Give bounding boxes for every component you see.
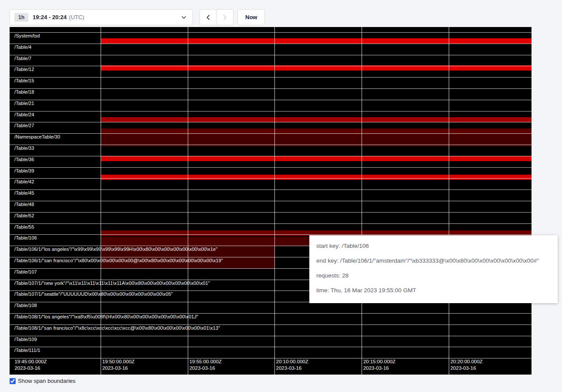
row-label: /Table/106/1/"san francisco"/"\x80\x00\x… <box>14 258 223 263</box>
row-boundary-line <box>10 313 532 314</box>
x-axis-label: 20:10:00.000Z2023-03-16 <box>276 358 308 372</box>
row-label: /Table/111/1 <box>14 348 41 353</box>
show-span-boundaries-checkbox[interactable] <box>10 378 16 384</box>
row-label: /Table/18 <box>14 89 34 95</box>
chevron-down-icon <box>181 16 186 19</box>
row-boundary-line <box>10 145 532 145</box>
key-visualizer-page: 1h 19:24 - 20:24 (UTC) Now /System/tsd/T… <box>0 0 562 392</box>
row-boundary-line <box>10 201 532 201</box>
row-label: /NamespaceTable/30 <box>14 134 60 139</box>
row-boundary-line <box>10 32 532 33</box>
row-label: /Table/48 <box>14 202 34 207</box>
tooltip-time: time: Thu, 16 Mar 2023 19:55:00 GMT <box>316 283 551 298</box>
row-label: /Table/39 <box>14 168 34 173</box>
row-boundary-line <box>10 223 532 224</box>
row-boundary-line <box>10 44 532 44</box>
now-button[interactable]: Now <box>237 9 265 25</box>
time-range-text: 19:24 - 20:24 <box>33 14 67 20</box>
x-axis-label: 19:45:00.000Z2023-03-16 <box>14 358 47 372</box>
time-range-badge: 1h <box>14 13 28 22</box>
row-label: /Table/7 <box>14 56 31 61</box>
tooltip-start-key: start key: /Table/106 <box>316 239 551 253</box>
row-label: /Table/106/1/"los angeles"/"\x99\x99\x99… <box>14 247 217 252</box>
row-boundary-line <box>10 122 532 122</box>
row-label: /Table/108/1/"san francisco"/"\x8c\xcc\x… <box>14 325 220 331</box>
row-boundary-line <box>10 212 532 213</box>
tooltip-end-key: end key: /Table/106/1/"amsterdam"/"\xb33… <box>316 253 551 268</box>
prev-range-button[interactable] <box>200 9 217 25</box>
row-boundary-line <box>10 189 532 190</box>
row-label: /Table/33 <box>14 145 34 151</box>
time-range-pager <box>200 9 234 25</box>
row-label: /Table/45 <box>14 190 34 196</box>
row-label: /Table/15 <box>14 78 34 83</box>
row-label: /Table/21 <box>14 101 34 106</box>
row-label: /System/tsd <box>14 33 40 38</box>
row-boundary-line <box>10 55 532 55</box>
row-boundary-line <box>10 347 532 347</box>
x-axis-label: 20:15:00.000Z2023-03-16 <box>363 358 396 372</box>
row-label: /Table/27 <box>14 123 34 128</box>
row-boundary-line <box>10 336 532 336</box>
row-label: /Table/36 <box>14 157 34 162</box>
heat-band[interactable] <box>101 175 532 180</box>
show-span-boundaries-label: Show span boundaries <box>18 378 75 384</box>
row-label: /Table/55 <box>14 224 34 230</box>
x-axis-label: 20:20:00.000Z2023-03-16 <box>450 358 483 372</box>
tooltip-requests: requests: 28 <box>316 268 551 283</box>
show-span-boundaries-control[interactable]: Show span boundaries <box>10 378 75 384</box>
row-boundary-line <box>10 100 532 100</box>
row-boundary-line <box>10 77 532 78</box>
row-boundary-line <box>10 133 532 134</box>
row-label: /Table/12 <box>14 67 34 72</box>
heat-band[interactable] <box>101 117 532 122</box>
row-label: /Table/108/1/"los angeles"/"\xa8\xf5\u00… <box>14 314 198 319</box>
row-boundary-line <box>10 88 532 89</box>
row-label: /Table/108 <box>14 303 37 308</box>
row-boundary-line <box>10 324 532 325</box>
row-label: /Table/4 <box>14 44 31 50</box>
heat-band[interactable] <box>101 38 532 44</box>
span-tooltip: start key: /Table/106 end key: /Table/10… <box>309 235 558 303</box>
row-label: /Table/24 <box>14 112 34 117</box>
heat-band[interactable] <box>101 156 532 161</box>
row-label: /Table/42 <box>14 179 34 184</box>
row-label: /Table/107/1/"seattle"/"UUUUUUD\x00\x80\… <box>14 291 173 297</box>
row-boundary-line <box>10 66 532 66</box>
x-axis-label: 19:50:00.000Z2023-03-16 <box>102 358 135 372</box>
heatmap-plot[interactable]: /System/tsd/Table/4/Table/7/Table/12/Tab… <box>10 27 532 375</box>
row-label: /Table/109 <box>14 337 37 342</box>
row-boundary-line <box>10 111 532 112</box>
time-range-timezone: (UTC) <box>69 14 84 20</box>
row-label: /Table/107 <box>14 269 37 274</box>
row-label: /Table/52 <box>14 213 34 218</box>
row-label: /Table/106 <box>14 235 37 240</box>
x-axis-label: 19:55:00.000Z2023-03-16 <box>190 358 222 372</box>
row-boundary-line <box>10 156 532 156</box>
row-boundary-line <box>10 178 532 179</box>
row-label: /Table/107/1/"new york"/"\x11\x11\x11\x1… <box>14 280 210 286</box>
row-boundary-line <box>10 167 532 168</box>
time-range-select[interactable]: 1h 19:24 - 20:24 (UTC) <box>10 9 193 25</box>
next-range-button[interactable] <box>217 9 234 25</box>
